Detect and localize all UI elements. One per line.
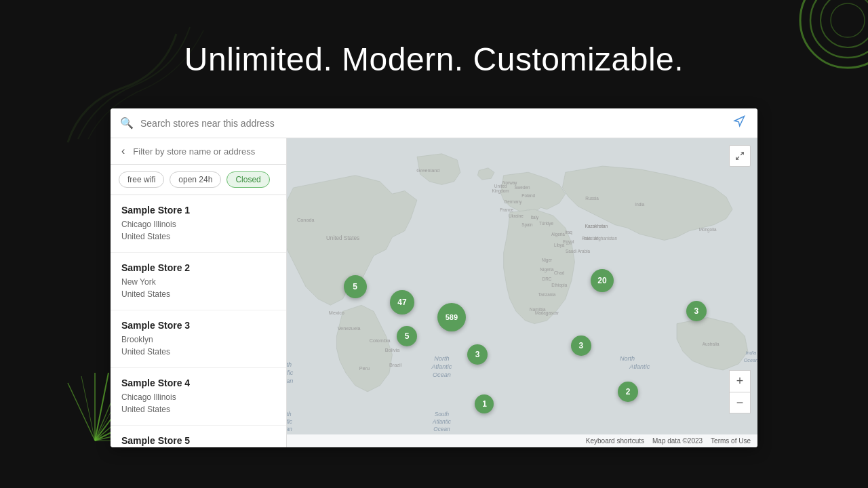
search-input[interactable] (140, 118, 730, 129)
svg-text:United States: United States (326, 235, 359, 241)
svg-text:Mongolia: Mongolia (699, 227, 717, 232)
svg-text:Atlantic: Atlantic (629, 363, 650, 370)
svg-text:South: South (287, 411, 292, 418)
store-address: Chicago Illinois United States (121, 218, 275, 243)
svg-point-3 (831, 3, 865, 37)
map-cluster-marker[interactable]: 3 (467, 344, 488, 365)
store-name: Sample Store 4 (121, 378, 275, 388)
zoom-controls: + − (729, 370, 751, 413)
store-name: Sample Store 1 (121, 205, 275, 216)
svg-text:Türkiye: Türkiye (539, 221, 553, 226)
svg-line-11 (95, 373, 108, 441)
terms-of-use-link[interactable]: Terms of Use (711, 437, 751, 445)
svg-text:Afghanistan: Afghanistan (594, 236, 617, 241)
map-cluster-marker[interactable]: 5 (397, 326, 417, 346)
svg-text:Peru: Peru (359, 365, 370, 371)
search-icon: 🔍 (120, 117, 134, 129)
svg-line-14 (68, 383, 95, 441)
list-item[interactable]: Sample Store 5 (111, 426, 286, 447)
store-address: Brooklyn United States (121, 333, 275, 358)
svg-text:India: India (635, 202, 644, 207)
map-cluster-marker[interactable]: 2 (618, 382, 638, 402)
map-area[interactable]: North Pacific Ocean North Atlantic Ocean… (287, 138, 757, 447)
content-area: ‹ free wifi open 24h Closed Sample Store… (111, 138, 757, 447)
svg-text:Poland: Poland (521, 193, 535, 198)
svg-text:North: North (434, 355, 449, 362)
map-controls (729, 145, 751, 167)
svg-line-76 (736, 157, 739, 159)
svg-text:Mexico: Mexico (329, 310, 344, 316)
svg-text:Ethiopia: Ethiopia (551, 283, 567, 288)
filter-tag-open24h[interactable]: open 24h (170, 171, 221, 188)
svg-text:France: France (500, 207, 513, 212)
svg-text:Germany: Germany (504, 199, 522, 205)
map-cluster-marker[interactable]: 47 (390, 290, 414, 314)
filter-tag-closed[interactable]: Closed (226, 171, 269, 188)
svg-text:Ocean: Ocean (433, 426, 450, 432)
store-list: Sample Store 1 Chicago Illinois United S… (111, 195, 286, 447)
svg-text:Algeria: Algeria (551, 232, 565, 237)
svg-text:Pacific: Pacific (287, 369, 294, 376)
svg-text:Canada: Canada (297, 217, 315, 223)
list-item[interactable]: Sample Store 2 New York United States (111, 253, 286, 310)
svg-text:Niger: Niger (542, 258, 553, 263)
map-cluster-marker[interactable]: 3 (686, 301, 707, 321)
list-item[interactable]: Sample Store 4 Chicago Illinois United S… (111, 368, 286, 426)
list-item[interactable]: Sample Store 1 Chicago Illinois United S… (111, 195, 286, 253)
location-button[interactable] (730, 113, 748, 134)
zoom-in-button[interactable]: + (729, 370, 751, 392)
map-cluster-marker[interactable]: 5 (344, 275, 367, 298)
svg-text:Kingdom: Kingdom (492, 188, 509, 194)
svg-text:Colombia: Colombia (370, 338, 391, 344)
zoom-out-button[interactable]: − (729, 392, 751, 413)
filter-input[interactable] (133, 146, 278, 157)
svg-text:South: South (435, 411, 450, 418)
list-item[interactable]: Sample Store 3 Brooklyn United States (111, 310, 286, 368)
map-data-label: Map data ©2023 (652, 437, 703, 445)
back-button[interactable]: ‹ (119, 145, 127, 157)
map-cluster-marker[interactable]: 589 (437, 303, 466, 331)
svg-text:Australia: Australia (703, 342, 719, 346)
store-locator-widget: 🔍 ‹ free wifi open 24h Closed (111, 108, 757, 447)
panel-header: ‹ (111, 138, 286, 165)
svg-text:Madagascar: Madagascar (535, 310, 559, 316)
svg-text:Ocean: Ocean (744, 357, 757, 363)
svg-text:Atlantic: Atlantic (432, 419, 451, 425)
svg-text:India: India (746, 350, 757, 356)
svg-text:Brazil: Brazil (389, 362, 402, 368)
map-cluster-marker[interactable]: 3 (571, 336, 591, 356)
svg-text:Ocean: Ocean (287, 426, 292, 432)
search-bar: 🔍 (111, 108, 757, 138)
svg-text:DRC: DRC (542, 277, 552, 281)
store-name: Sample Store 2 (121, 262, 275, 273)
svg-marker-15 (734, 117, 744, 126)
svg-text:Chad: Chad (554, 270, 565, 275)
store-address: Chicago Illinois United States (121, 391, 275, 415)
store-name: Sample Store 3 (121, 320, 275, 331)
svg-text:Venezuela: Venezuela (338, 325, 361, 331)
svg-text:Bolivia: Bolivia (385, 347, 400, 353)
svg-text:North: North (620, 355, 635, 362)
svg-text:Ukraine: Ukraine (509, 214, 524, 218)
keyboard-shortcuts-label: Keyboard shortcuts (586, 437, 644, 445)
svg-text:Sweden: Sweden (514, 185, 530, 190)
fullscreen-button[interactable] (729, 145, 751, 167)
svg-text:Russia: Russia (585, 196, 599, 201)
svg-text:Italy: Italy (530, 215, 539, 220)
svg-text:North: North (287, 361, 292, 368)
svg-text:Iraq: Iraq (565, 230, 572, 235)
map-cluster-marker[interactable]: 20 (591, 269, 614, 292)
svg-line-75 (741, 152, 743, 155)
svg-text:Greenland: Greenland (416, 167, 439, 174)
map-cluster-marker[interactable]: 1 (475, 394, 494, 413)
filter-tags: free wifi open 24h Closed (111, 165, 286, 195)
svg-text:Atlantic: Atlantic (431, 363, 452, 370)
store-address: New York United States (121, 276, 275, 300)
svg-text:United: United (494, 184, 507, 188)
store-name: Sample Store 5 (121, 435, 275, 446)
svg-text:Ocean: Ocean (287, 378, 293, 384)
svg-line-13 (81, 376, 95, 441)
filter-tag-wifi[interactable]: free wifi (119, 171, 164, 188)
svg-text:Kazakhstan: Kazakhstan (585, 224, 608, 228)
svg-text:Ocean: Ocean (433, 371, 451, 378)
